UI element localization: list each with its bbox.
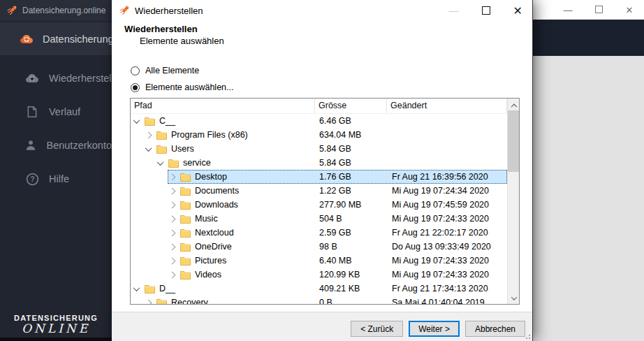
wizard-buttons: < ZurückWeiter >Abbrechen <box>351 321 525 337</box>
radio-icon <box>131 66 140 75</box>
document-icon <box>24 105 41 119</box>
sidebar-item-label: Hilfe <box>49 173 69 184</box>
sidebar-item-wiederherstellen[interactable]: Wiederherstellen <box>0 61 112 95</box>
svg-text:?: ? <box>30 175 35 183</box>
radio-label: Elemente auswählen... <box>145 82 233 92</box>
tree-row-d-[interactable]: D__409.21 KBFr Aug 21 17:34:13 2020 <box>131 282 507 296</box>
tree-row-onedrive[interactable]: OneDrive98 BDo Aug 13 09:33:49 2020 <box>131 240 507 254</box>
tree-item-size: 277.90 MB <box>315 198 387 212</box>
chevron-right-icon[interactable] <box>169 201 176 208</box>
folder-icon <box>180 215 195 224</box>
radio-alle-elemente[interactable]: Alle Elemente <box>131 66 199 75</box>
file-tree: Pfad Grösse Geändert C__6.46 GBProgram F… <box>130 98 520 305</box>
tree-item-modified: Mi Aug 19 07:24:33 2020 <box>387 254 507 268</box>
chevron-down-icon[interactable] <box>145 145 152 152</box>
dialog-close-button[interactable]: ✕ <box>513 4 522 17</box>
tree-item-modified <box>387 128 507 142</box>
tree-item-modified <box>387 114 507 128</box>
dialog-controls: — ✕ <box>449 0 522 21</box>
column-header-groesse[interactable]: Grösse <box>315 99 387 113</box>
tree-item-modified: Mi Aug 19 07:24:33 2020 <box>387 268 507 282</box>
main-close-button[interactable]: ✕ <box>624 5 634 15</box>
tree-item-name: Documents <box>195 186 239 196</box>
tree-item-size: 98 B <box>315 240 387 254</box>
sidebar-logo: DATENSICHERUNG ONLINE <box>0 314 112 335</box>
tree-row-desktop[interactable]: Desktop1.76 GBFr Aug 21 16:39:56 2020 <box>131 170 507 184</box>
tree-item-name: Downloads <box>195 200 238 210</box>
chevron-down-icon[interactable] <box>133 284 140 291</box>
folder-icon <box>180 228 195 238</box>
folder-icon <box>180 242 195 252</box>
folder-icon <box>180 270 195 280</box>
sidebar-items: WiederherstellenVerlaufBenutzerkonto?Hil… <box>0 61 112 196</box>
back-button[interactable]: < Zurück <box>351 321 403 337</box>
sidebar-item-hilfe[interactable]: ?Hilfe <box>0 162 112 196</box>
vertical-scrollbar[interactable] <box>507 99 519 304</box>
sidebar-item-benutzerkonto[interactable]: Benutzerkonto <box>0 129 112 162</box>
tree-row-nextcloud[interactable]: Nextcloud2.59 GBFr Aug 21 22:02:17 2020 <box>131 226 507 240</box>
chevron-down-icon[interactable] <box>133 117 140 124</box>
tree-item-name: OneDrive <box>195 242 232 252</box>
tree-row-pictures[interactable]: Pictures6.40 MBMi Aug 19 07:24:33 2020 <box>131 254 507 268</box>
tree-item-size: 6.46 GB <box>315 114 387 128</box>
main-maximize-button[interactable] <box>594 5 603 15</box>
tree-item-name: Pictures <box>195 256 226 266</box>
tree-rows: C__6.46 GBProgram Files (x86)634.04 MBUs… <box>131 114 507 305</box>
resize-grip[interactable] <box>525 333 530 339</box>
tree-item-modified: Mi Aug 19 07:45:59 2020 <box>387 198 507 212</box>
chevron-right-icon[interactable] <box>145 131 152 138</box>
chevron-right-icon[interactable] <box>169 257 176 264</box>
scrollbar-thumb[interactable] <box>508 110 520 172</box>
chevron-right-icon[interactable] <box>169 229 176 236</box>
chevron-down-icon[interactable] <box>157 159 164 166</box>
tree-item-modified: Sa Mai 4 01:40:04 2019 <box>387 296 507 305</box>
chevron-right-icon[interactable] <box>145 299 152 305</box>
tree-item-modified <box>387 142 507 156</box>
next-button[interactable]: Weiter > <box>409 321 460 337</box>
scroll-down-button[interactable] <box>508 292 520 304</box>
tree-item-name: Music <box>195 214 218 224</box>
tree-item-name: Recovery <box>171 298 208 305</box>
dialog-titlebar[interactable]: Wiederherstellen — ✕ <box>112 0 532 21</box>
chevron-right-icon[interactable] <box>169 215 176 222</box>
chevron-right-icon[interactable] <box>169 187 176 194</box>
chevron-right-icon[interactable] <box>169 173 176 180</box>
tree-item-modified: Mi Aug 19 07:24:33 2020 <box>387 212 507 226</box>
tree-row-c-[interactable]: C__6.46 GB <box>131 114 507 128</box>
radio-elemente-auswaehlen[interactable]: Elemente auswählen... <box>131 82 233 92</box>
tree-row-service[interactable]: service5.84 GB <box>131 156 507 170</box>
logo-line2: ONLINE <box>0 321 112 335</box>
column-header-pfad[interactable]: Pfad <box>131 99 315 113</box>
tree-item-name: Videos <box>195 270 221 280</box>
dialog-title: Wiederherstellen <box>135 6 203 16</box>
tree-row-videos[interactable]: Videos120.99 KBMi Aug 19 07:24:33 2020 <box>131 268 507 282</box>
column-header-geaendert[interactable]: Geändert <box>387 99 507 113</box>
app-title: Datensicherung.online <box>22 6 105 15</box>
tree-item-size: 634.04 MB <box>315 128 387 142</box>
tree-row-recovery[interactable]: Recovery0 BSa Mai 4 01:40:04 2019 <box>131 296 507 305</box>
dialog-maximize-button[interactable] <box>482 6 490 15</box>
tree-item-name: C__ <box>159 116 175 126</box>
radio-label: Alle Elemente <box>145 66 199 75</box>
folder-icon <box>180 187 195 196</box>
tree-item-name: Program Files (x86) <box>171 130 248 140</box>
cancel-button[interactable]: Abbrechen <box>465 321 525 337</box>
main-minimize-button[interactable]: — <box>563 5 573 15</box>
tree-row-music[interactable]: Music504 BMi Aug 19 07:24:33 2020 <box>131 212 507 226</box>
tree-row-downloads[interactable]: Downloads277.90 MBMi Aug 19 07:45:59 202… <box>131 198 507 212</box>
sidebar-item-verlauf[interactable]: Verlauf <box>0 95 112 129</box>
cloud-upload-icon <box>18 32 35 46</box>
chevron-right-icon[interactable] <box>169 271 176 278</box>
scroll-up-button[interactable] <box>508 99 520 110</box>
tree-row-documents[interactable]: Documents1.22 GBMi Aug 19 07:24:34 2020 <box>131 184 507 198</box>
sidebar-item-datensicherung[interactable]: Datensicherung <box>0 22 112 55</box>
sidebar: Datensicherung.online Datensicherung Wie… <box>0 0 112 341</box>
chevron-down-icon <box>511 294 516 300</box>
tree-item-name: Nextcloud <box>195 228 234 238</box>
tree-row-program-files-x86-[interactable]: Program Files (x86)634.04 MB <box>131 128 507 142</box>
radio-icon <box>131 83 140 92</box>
chevron-right-icon[interactable] <box>169 243 176 250</box>
tree-row-users[interactable]: Users5.84 GB <box>131 142 507 156</box>
dialog-minimize-button[interactable]: — <box>449 5 459 16</box>
folder-icon <box>156 298 171 305</box>
